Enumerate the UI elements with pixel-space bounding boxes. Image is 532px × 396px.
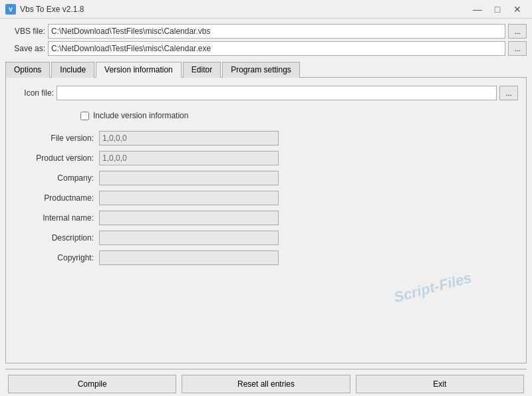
title-bar: V Vbs To Exe v2.1.8 — □ ✕ <box>0 0 532 19</box>
product-version-input[interactable] <box>99 151 279 165</box>
watermark: Script-Files <box>392 269 473 306</box>
company-row: Company: <box>14 171 518 185</box>
description-row: Description: <box>14 231 518 245</box>
description-input[interactable] <box>99 231 279 245</box>
copyright-input[interactable] <box>99 250 279 265</box>
version-fields: File version: Product version: Company: … <box>14 131 518 265</box>
vbs-file-input[interactable] <box>48 24 505 39</box>
file-version-row: File version: <box>14 131 518 146</box>
copyright-label: Copyright: <box>14 253 94 262</box>
icon-file-label: Icon file: <box>14 88 54 98</box>
tab-editor[interactable]: Editor <box>183 62 221 78</box>
include-version-checkbox[interactable] <box>80 112 89 120</box>
productname-label: Productname: <box>14 193 94 203</box>
tab-include[interactable]: Include <box>51 62 94 78</box>
title-bar-left: V Vbs To Exe v2.1.8 <box>5 4 84 15</box>
saveas-browse-button[interactable]: ... <box>508 41 527 56</box>
include-version-label: Include version information <box>93 111 188 120</box>
company-input[interactable] <box>99 171 279 185</box>
minimize-button[interactable]: — <box>468 3 487 16</box>
tab-bar: Options Include Version information Edit… <box>5 61 527 78</box>
tab-options[interactable]: Options <box>5 62 50 78</box>
close-button[interactable]: ✕ <box>508 3 527 16</box>
productname-input[interactable] <box>99 191 279 205</box>
icon-file-row: Icon file: ... <box>14 86 518 100</box>
main-window: VBS file: ... Save as: ... Options Inclu… <box>0 19 532 396</box>
file-version-input[interactable] <box>99 131 279 146</box>
compile-button[interactable]: Compile <box>8 375 176 393</box>
copyright-row: Copyright: <box>14 250 518 265</box>
internal-name-row: Internal name: <box>14 211 518 225</box>
company-label: Company: <box>14 173 94 183</box>
maximize-button[interactable]: □ <box>488 3 507 16</box>
icon-file-input[interactable] <box>57 86 497 100</box>
file-version-label: File version: <box>14 134 94 143</box>
tab-content-version: Icon file: ... Include version informati… <box>5 78 527 363</box>
tab-version-information[interactable]: Version information <box>96 62 182 78</box>
description-label: Description: <box>14 233 94 243</box>
app-icon: V <box>5 4 16 15</box>
include-version-row: Include version information <box>80 111 518 120</box>
saveas-label: Save as: <box>5 44 45 53</box>
tab-program-settings[interactable]: Program settings <box>222 62 300 78</box>
vbs-file-row: VBS file: ... <box>5 24 527 39</box>
product-version-row: Product version: <box>14 151 518 165</box>
product-version-label: Product version: <box>14 153 94 163</box>
internal-name-input[interactable] <box>99 211 279 225</box>
vbs-browse-button[interactable]: ... <box>508 24 527 39</box>
saveas-row: Save as: ... <box>5 41 527 56</box>
vbs-file-label: VBS file: <box>5 27 45 36</box>
productname-row: Productname: <box>14 191 518 205</box>
exit-button[interactable]: Exit <box>356 375 524 393</box>
bottom-bar: Compile Reset all entries Exit <box>5 369 527 393</box>
internal-name-label: Internal name: <box>14 213 94 223</box>
icon-browse-button[interactable]: ... <box>499 86 518 100</box>
window-controls: — □ ✕ <box>468 3 527 16</box>
reset-button[interactable]: Reset all entries <box>182 375 350 393</box>
window-title: Vbs To Exe v2.1.8 <box>20 5 84 14</box>
saveas-input[interactable] <box>48 41 505 56</box>
